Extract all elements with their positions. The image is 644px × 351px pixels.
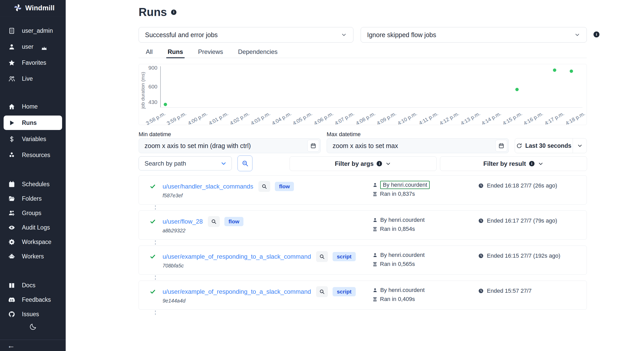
collapse-sidebar-button[interactable]: ← <box>0 340 66 351</box>
sidebar-item-label: Issues <box>22 311 39 318</box>
inspect-run-button[interactable] <box>316 286 328 297</box>
filters-info-icon[interactable]: i <box>594 31 599 37</box>
inspect-run-button[interactable] <box>208 216 220 227</box>
sidebar-item-live[interactable]: Live <box>0 71 66 87</box>
filter-by-args-button[interactable]: Filter by args i <box>290 156 437 171</box>
run-id: 708bfa5c <box>163 263 184 269</box>
sidebar: Windmill user_adminuserFavoritesLiveHome… <box>0 0 66 351</box>
sidebar-item-label: Variables <box>22 136 46 143</box>
chevron-down-icon <box>574 32 580 38</box>
sidebar-item-label: Resources <box>22 152 50 159</box>
tab-all[interactable]: All <box>144 46 154 58</box>
min-datetime-field <box>139 138 321 153</box>
chart-data-point[interactable] <box>553 69 556 72</box>
sidebar-item-label: Favorites <box>22 59 46 66</box>
chart-x-tick: 4:05 p.m. <box>292 111 313 127</box>
sidebar-item-workers[interactable]: Workers <box>0 249 66 264</box>
run-id: f587e3ef <box>163 193 183 199</box>
building-icon <box>8 27 15 34</box>
book-icon <box>8 282 15 289</box>
run-ended-text: Ended 16:15 27/7 (192s ago) <box>487 252 560 259</box>
run-row[interactable]: u/user/example_of_responding_to_a_slack_… <box>139 281 587 310</box>
skipped-flow-jobs-select[interactable]: Ignore skipped flow jobs <box>361 27 587 43</box>
sidebar-item-runs[interactable]: Runs <box>4 116 62 130</box>
chart-data-point[interactable] <box>164 103 167 106</box>
time-range-dropdown[interactable] <box>573 138 587 153</box>
dark-mode-toggle[interactable] <box>0 323 66 332</box>
run-path-link[interactable]: u/user/example_of_responding_to_a_slack_… <box>163 288 311 295</box>
job-kind-tabs: AllRunsPreviewsDependencies <box>139 46 587 58</box>
run-row[interactable]: u/user/flow_28flowa8b29322By henri.courd… <box>139 210 587 240</box>
eye-icon <box>8 224 15 231</box>
sidebar-item-label: Docs <box>22 282 35 289</box>
run-path-link[interactable]: u/user/handler_slack_commands <box>163 183 253 190</box>
sidebar-item-favorites[interactable]: Favorites <box>0 55 66 71</box>
filter-by-args-label: Filter by args <box>335 160 374 167</box>
run-ended: Ended 16:18 27/7 (26s ago) <box>478 182 557 189</box>
run-path-link[interactable]: u/user/flow_28 <box>163 218 203 225</box>
chevron-down-icon <box>341 32 347 38</box>
sidebar-item-feedbacks[interactable]: Feedbacks <box>0 292 66 307</box>
sidebar-item-label: Live <box>22 75 33 82</box>
chart-data-point[interactable] <box>570 70 573 73</box>
chart-x-tick: 4:07 p.m. <box>334 111 355 127</box>
app-logo[interactable]: Windmill <box>0 0 66 17</box>
sidebar-item-user-admin[interactable]: user_admin <box>0 23 66 39</box>
groups-icon <box>8 210 15 217</box>
chevron-down-icon <box>220 160 227 167</box>
run-row[interactable]: u/user/example_of_responding_to_a_slack_… <box>139 246 587 275</box>
sidebar-item-resources[interactable]: Resources <box>0 147 66 163</box>
result-info-icon: i <box>529 161 535 166</box>
sidebar-item-user[interactable]: user <box>0 39 66 55</box>
job-kind-badge: script <box>333 287 355 296</box>
runs-info-icon[interactable]: i <box>171 10 176 15</box>
run-duration: Ran in 0,565s <box>372 261 415 267</box>
run-ended-text: Ended 16:18 27/7 (26s ago) <box>487 182 557 189</box>
search-by-path-select[interactable]: Search by path <box>139 156 232 170</box>
sidebar-item-home[interactable]: Home <box>0 99 66 115</box>
max-datetime-input[interactable] <box>327 138 509 153</box>
sidebar-item-audit-logs[interactable]: Audit Logs <box>0 220 66 235</box>
person-icon <box>8 43 15 50</box>
run-connector <box>139 275 587 281</box>
users-icon <box>8 75 15 82</box>
filter-by-result-button[interactable]: Filter by result i <box>440 156 587 171</box>
tab-runs[interactable]: Runs <box>166 46 185 58</box>
sidebar-item-schedules[interactable]: Schedules <box>0 177 66 191</box>
page-title: Runs i <box>139 6 176 19</box>
tab-dependencies[interactable]: Dependencies <box>236 46 279 58</box>
sidebar-item-workspace[interactable]: Workspace <box>0 235 66 249</box>
sidebar-item-issues[interactable]: Issues <box>0 307 66 321</box>
run-path-link[interactable]: u/user/example_of_responding_to_a_slack_… <box>163 253 311 260</box>
time-range-button[interactable]: Last 30 seconds <box>515 138 587 153</box>
dollar-icon <box>8 136 15 143</box>
search-by-path-value: Search by path <box>145 160 186 167</box>
run-duration-text: Ran in 0,409s <box>380 296 415 303</box>
search-button[interactable] <box>238 156 252 171</box>
sidebar-item-docs[interactable]: Docs <box>0 278 66 292</box>
inspect-run-button[interactable] <box>316 251 328 262</box>
job-status-select[interactable]: Successful and error jobs <box>139 27 353 43</box>
duration-chart[interactable]: job duration (ms) 9006004303:58 p.m.3:59… <box>139 64 587 125</box>
tab-previews[interactable]: Previews <box>197 46 225 58</box>
hourglass-icon <box>372 227 377 232</box>
chart-x-tick: 4:04 p.m. <box>271 111 292 127</box>
run-row[interactable]: u/user/handler_slack_commandsflowf587e3e… <box>139 175 587 205</box>
job-status-select-value: Successful and error jobs <box>145 31 218 39</box>
chart-x-tick: 4:16 p.m. <box>522 111 544 127</box>
chart-x-tick: 4:15 p.m. <box>502 111 523 127</box>
max-datetime-calendar-button[interactable] <box>495 140 507 152</box>
max-datetime-label: Max datetime <box>327 131 361 138</box>
inspect-run-button[interactable] <box>258 181 270 192</box>
windmill-logo-icon <box>13 3 22 13</box>
sidebar-item-groups[interactable]: Groups <box>0 206 66 220</box>
min-datetime-input[interactable] <box>139 138 321 153</box>
success-check-icon <box>150 218 163 225</box>
sidebar-item-variables[interactable]: Variables <box>0 131 66 147</box>
chart-data-point[interactable] <box>515 88 519 91</box>
min-datetime-calendar-button[interactable] <box>307 140 319 152</box>
sidebar-item-folders[interactable]: Folders <box>0 191 66 206</box>
sidebar-item-label: Schedules <box>22 181 49 188</box>
clock-icon <box>478 288 484 294</box>
run-by-user: By henri.courdent <box>380 217 425 223</box>
